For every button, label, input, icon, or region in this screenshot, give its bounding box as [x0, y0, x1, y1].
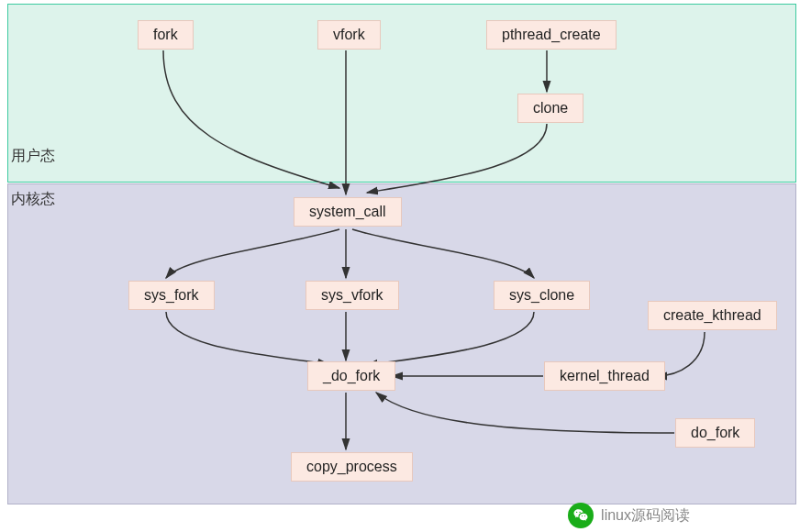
- footer-text: linux源码阅读: [601, 506, 690, 526]
- node-pthread-create: pthread_create: [486, 20, 617, 50]
- footer: linux源码阅读: [568, 503, 690, 528]
- node-vfork: vfork: [317, 20, 381, 50]
- node-sys-vfork: sys_vfork: [306, 281, 399, 310]
- node-fork: fork: [138, 20, 194, 50]
- node-clone: clone: [517, 94, 583, 123]
- node-create-kthread: create_kthread: [648, 301, 777, 330]
- user-space-region: [7, 4, 796, 183]
- wechat-icon: [568, 503, 594, 528]
- node-do-fork-underscore: _do_fork: [307, 361, 395, 391]
- node-kernel-thread: kernel_thread: [544, 361, 665, 391]
- node-system-call: system_call: [294, 197, 402, 227]
- node-sys-fork: sys_fork: [128, 281, 215, 310]
- node-copy-process: copy_process: [291, 452, 413, 482]
- node-do-fork: do_fork: [675, 418, 755, 448]
- kernel-space-label: 内核态: [11, 190, 55, 209]
- user-space-label: 用户态: [11, 147, 55, 166]
- node-sys-clone: sys_clone: [494, 281, 590, 310]
